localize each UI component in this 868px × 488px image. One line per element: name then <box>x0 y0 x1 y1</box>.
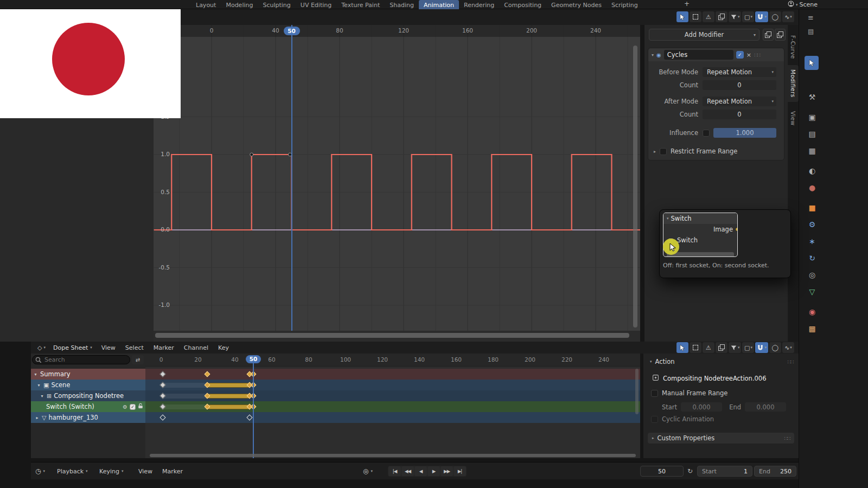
channel-summary[interactable]: ▾Summary <box>31 369 145 380</box>
vertical-scrollbar[interactable] <box>635 369 639 414</box>
properties-tab-object[interactable]: ■ <box>806 201 819 214</box>
jump-to-end-button[interactable]: ▶| <box>454 466 466 476</box>
wrench-icon[interactable]: ⚙ <box>123 404 127 410</box>
channel-hamburger-130[interactable]: ▸▽hamburger_130 <box>31 412 145 423</box>
collection-icon[interactable]: ▢▾ <box>742 342 754 353</box>
vertical-scrollbar[interactable] <box>633 46 637 328</box>
workspace-tab-shading[interactable]: Shading <box>385 0 419 9</box>
overlap-frames-icon[interactable] <box>716 11 727 22</box>
menu-view[interactable]: View <box>97 344 120 351</box>
tab-fcurve[interactable]: F-Curve <box>788 33 799 62</box>
current-frame-field[interactable]: 50 <box>640 466 684 477</box>
properties-tab-modifiers[interactable]: ⚙ <box>806 218 819 231</box>
invert-filter-button[interactable]: ⇄ <box>132 355 144 364</box>
keyframe-band-0[interactable] <box>145 369 640 380</box>
modifier-enable-checkbox[interactable]: ✓ <box>736 51 744 59</box>
tweak-select-icon[interactable] <box>676 342 688 353</box>
cyclic-animation-row[interactable]: Cyclic Animation <box>651 415 714 423</box>
expand-arrow-icon[interactable]: ▸ <box>35 415 40 420</box>
keyframe-band-2[interactable] <box>145 390 640 401</box>
box-select-icon[interactable] <box>690 342 701 353</box>
end-frame-field[interactable]: End 250 <box>754 466 796 477</box>
properties-tab-view-layer[interactable]: ▦ <box>806 144 819 157</box>
horizontal-scrollbar[interactable] <box>150 454 636 457</box>
menu-select[interactable]: Select <box>120 344 149 351</box>
influence-checkbox[interactable] <box>703 130 710 137</box>
keyframe-f1[interactable] <box>160 371 166 377</box>
drag-grip-icon[interactable]: ∷∷ <box>754 52 760 58</box>
properties-tab-physics[interactable]: ↻ <box>806 252 819 265</box>
workspace-tab-texture-paint[interactable]: Texture Paint <box>336 0 385 9</box>
properties-tab-constraints[interactable]: ◎ <box>806 268 819 281</box>
snap-magnet-icon[interactable]: ▾ <box>755 11 768 22</box>
restrict-checkbox[interactable] <box>660 148 667 155</box>
playhead-line[interactable] <box>291 25 292 331</box>
end-field[interactable]: 0.000 <box>745 402 786 412</box>
cyclic-animation-checkbox[interactable] <box>651 416 658 423</box>
channel-mute-checkbox[interactable]: ✓ <box>130 404 136 410</box>
before-count-field[interactable]: 0 <box>703 80 776 90</box>
paste-modifier-button[interactable] <box>775 29 786 41</box>
properties-tab-material[interactable]: ◉ <box>806 305 819 318</box>
current-frame-indicator[interactable]: 50 <box>246 355 261 363</box>
keyframe-area[interactable]: 020406080100120140160180200220240 50 <box>145 354 640 458</box>
workspace-tab-sculpting[interactable]: Sculpting <box>258 0 295 9</box>
graph-editor-canvas[interactable]: 1.51.00.50.0-0.5-1.0 04080120160200240 5… <box>154 25 640 331</box>
after-count-field[interactable]: 0 <box>703 110 776 119</box>
filter-funnel-icon[interactable]: ▾ <box>729 11 742 22</box>
frame-ruler[interactable]: 04080120160200240 <box>154 25 640 37</box>
properties-tab-render[interactable]: ▣ <box>806 111 819 124</box>
properties-tab-scene[interactable]: ◐ <box>806 164 819 177</box>
collection-icon[interactable]: ▢▾ <box>742 11 754 22</box>
previous-keyframe-button[interactable]: ◀◀ <box>401 466 414 476</box>
auto-keying-toggle[interactable]: ◎ ▾ <box>363 463 373 480</box>
workspace-tab-rendering[interactable]: Rendering <box>459 0 499 9</box>
menu-marker[interactable]: Marker <box>162 463 183 480</box>
play-reverse-button[interactable]: ◀ <box>414 466 427 476</box>
workspace-tab-uv-editing[interactable]: UV Editing <box>296 0 336 9</box>
properties-tab-output[interactable]: ▤ <box>806 127 819 140</box>
add-workspace-button[interactable]: + <box>681 0 692 8</box>
menu-keying[interactable]: Keying▾ <box>99 463 123 480</box>
lock-icon[interactable] <box>138 403 143 410</box>
annotate-warning-icon[interactable]: ⚠ <box>703 342 714 353</box>
horizontal-scrollbar[interactable] <box>155 333 629 338</box>
drag-grip-icon[interactable]: ∷∷ <box>787 359 793 365</box>
action-datablock-row[interactable]: Compositing NodetreeAction.006 <box>652 374 767 383</box>
snap-magnet-icon[interactable]: ▾ <box>755 342 768 353</box>
after-mode-select[interactable]: Repeat Motion▾ <box>703 97 776 106</box>
timeline-editor-button[interactable]: ◷ ▾ <box>35 463 45 480</box>
workspace-tab-animation[interactable]: Animation <box>419 0 459 9</box>
workspace-tab-compositing[interactable]: Compositing <box>499 0 546 9</box>
channel-scene[interactable]: ▾▣Scene <box>31 380 145 390</box>
menu-channel[interactable]: Channel <box>179 344 213 351</box>
expand-arrow-icon[interactable]: ▾ <box>33 372 38 377</box>
menu-playback[interactable]: Playback▾ <box>57 463 88 480</box>
influence-slider[interactable]: 1.000 <box>713 128 776 138</box>
properties-tab-texture[interactable]: ▩ <box>806 322 819 335</box>
add-modifier-dropdown[interactable]: Add Modifier ▾ <box>649 29 760 41</box>
overlap-frames-icon[interactable] <box>716 342 727 353</box>
workspace-tab-layout[interactable]: Layout <box>191 0 221 9</box>
keyframe-band-4[interactable] <box>145 412 640 423</box>
tab-modifiers[interactable]: Modifiers <box>788 65 799 102</box>
editor-type-button[interactable]: ◇ ▾ <box>34 344 49 351</box>
filter-funnel-icon[interactable]: ▾ <box>729 342 742 353</box>
box-select-icon[interactable] <box>690 11 701 22</box>
play-forward-button[interactable]: ▶ <box>427 466 440 476</box>
dope-sheet-mode-dropdown[interactable]: Dope Sheet ▾ <box>49 344 97 351</box>
properties-tab-object-data[interactable]: ▽ <box>806 285 819 298</box>
proportional-editing-icon[interactable]: ◯ <box>769 11 781 22</box>
scene-selector[interactable]: ▾ Scene <box>788 0 818 9</box>
custom-properties-panel[interactable]: ▸ Custom Properties ∷∷ <box>648 433 794 444</box>
playhead-line[interactable] <box>253 362 254 458</box>
proportional-editing-icon[interactable]: ◯ <box>769 342 781 353</box>
keyframe-band-1[interactable] <box>145 380 640 390</box>
manual-frame-range-checkbox[interactable] <box>651 390 658 397</box>
jump-to-start-button[interactable]: |◀ <box>388 466 401 476</box>
drag-grip-icon[interactable]: ∷∷ <box>784 435 790 441</box>
start-field[interactable]: 0.000 <box>681 402 722 412</box>
manual-frame-range-row[interactable]: Manual Frame Range <box>651 389 727 397</box>
channel-compositing-nodetree[interactable]: ▾⊞Compositing Nodetree <box>31 390 145 401</box>
properties-tab-world[interactable]: ● <box>806 181 819 194</box>
